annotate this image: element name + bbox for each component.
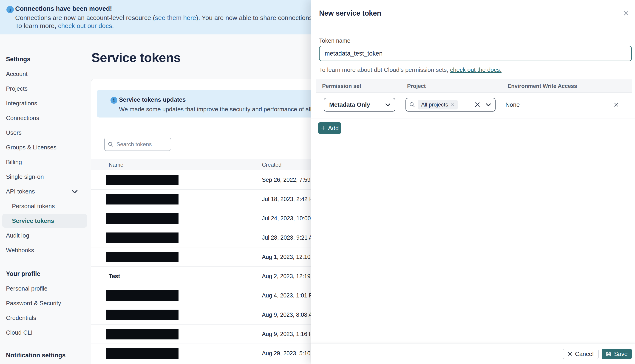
token-name-cell (91, 194, 262, 204)
sidebar-item-credentials[interactable]: Credentials (0, 310, 92, 325)
created-column-header: Created (262, 162, 281, 168)
permissions-table-header: Permission set Project Environment Write… (316, 80, 632, 93)
permission-set-value: Metadata Only (329, 101, 370, 108)
banner-title: Connections have been moved! (15, 5, 112, 12)
save-button-label: Save (614, 350, 628, 358)
cancel-button-label: Cancel (575, 350, 594, 358)
token-name-cell (91, 252, 262, 262)
drawer-header: New service token (311, 0, 635, 27)
page-title: Service tokens (91, 50, 181, 65)
chevron-down-icon (385, 103, 390, 106)
sidebar-heading-your-profile: Your profile (0, 266, 92, 281)
token-name-cell (91, 232, 262, 243)
see-them-here-link[interactable]: see them here (155, 14, 196, 21)
chevron-down-icon[interactable] (486, 103, 491, 106)
app-window: i Connections have been moved! Connectio… (0, 0, 635, 364)
drawer-body: Token name To learn more about dbt Cloud… (311, 27, 635, 344)
search-icon (409, 102, 415, 108)
token-name-redacted (106, 252, 178, 262)
token-name-input[interactable] (319, 46, 632, 61)
sidebar-item-integrations[interactable]: Integrations (0, 96, 92, 110)
project-column-header: Project (407, 83, 426, 89)
delete-row-button[interactable] (614, 98, 619, 112)
info-icon: i (111, 97, 117, 104)
token-name-cell (91, 290, 262, 301)
permission-note-text: To learn more about dbt Cloud's permissi… (319, 66, 450, 73)
permission-row: Metadata Only All projects None (311, 98, 635, 112)
sidebar-item-users[interactable]: Users (0, 125, 92, 140)
clear-selection-icon[interactable] (474, 102, 480, 108)
all-projects-chip[interactable]: All projects (418, 100, 458, 110)
banner-body-line2: To learn more, check out our docs. (15, 22, 114, 30)
sidebar-item-personal-tokens[interactable]: Personal tokens (0, 199, 92, 214)
chip-label: All projects (421, 102, 448, 108)
token-name-redacted (106, 232, 178, 243)
sidebar-item-webhooks[interactable]: Webhooks (0, 243, 92, 258)
save-button[interactable]: Save (602, 348, 632, 359)
token-name-redacted (106, 348, 178, 359)
drawer-title: New service token (319, 9, 381, 18)
token-name-redacted (106, 310, 178, 320)
sidebar-item-label: API tokens (6, 188, 35, 195)
sidebar-item-connections[interactable]: Connections (0, 110, 92, 125)
add-button-label: Add (328, 124, 339, 132)
divider (311, 118, 635, 118)
sidebar-item-service-tokens[interactable]: Service tokens (2, 214, 87, 228)
search-icon (108, 142, 114, 147)
sidebar-heading-settings: Settings (0, 52, 92, 66)
plus-icon (321, 126, 326, 130)
token-name-label: Token name (319, 38, 350, 44)
permission-note: To learn more about dbt Cloud's permissi… (319, 66, 502, 74)
banner-text: To learn more, (15, 22, 58, 30)
banner-text: Connections are now an account-level res… (15, 14, 155, 21)
sidebar-item-api-tokens[interactable]: API tokens (0, 184, 92, 199)
delete-row-icon (614, 102, 619, 107)
token-name-redacted (106, 290, 178, 301)
token-name-cell (91, 213, 262, 224)
token-name-cell (91, 348, 262, 359)
sidebar-item-password-security[interactable]: Password & Security (0, 296, 92, 310)
search-tokens-input[interactable] (117, 141, 167, 148)
infobox-title: Service tokens updates (119, 96, 186, 103)
token-name-redacted (106, 329, 178, 340)
new-service-token-drawer: New service token Token name To learn mo… (311, 0, 635, 364)
sidebar-item-account[interactable]: Account (0, 66, 92, 81)
project-combobox[interactable]: All projects (406, 98, 496, 112)
env-write-access-value: None (505, 98, 520, 112)
drawer-footer: Cancel Save (311, 344, 635, 364)
sidebar-item-personal-profile[interactable]: Personal profile (0, 281, 92, 296)
check-the-docs-link[interactable]: check out the docs. (450, 66, 502, 73)
token-name-cell (91, 329, 262, 340)
sidebar-item-cloud-cli[interactable]: Cloud CLI (0, 325, 92, 340)
token-name-cell (91, 175, 262, 185)
env-write-access-column-header: Environment Write Access (507, 83, 577, 89)
token-name-redacted (106, 194, 178, 204)
check-docs-link[interactable]: check out our docs. (58, 22, 114, 30)
chevron-down-icon (72, 190, 78, 193)
token-name-cell: Test (91, 273, 262, 280)
sidebar-item-audit-log[interactable]: Audit log (0, 228, 92, 243)
save-floppy-icon (606, 351, 611, 357)
sidebar-item-projects[interactable]: Projects (0, 81, 92, 96)
sidebar-item-billing[interactable]: Billing (0, 155, 92, 170)
sidebar-heading-notification-settings: Notification settings (0, 348, 92, 362)
token-name-redacted (106, 213, 178, 224)
close-icon[interactable] (623, 10, 629, 16)
add-permission-button[interactable]: Add (318, 122, 341, 134)
cancel-button[interactable]: Cancel (563, 348, 598, 359)
permission-set-column-header: Permission set (322, 83, 361, 89)
combobox-controls (474, 102, 491, 108)
name-column-header: Name (91, 162, 262, 168)
cancel-x-icon (568, 352, 572, 356)
token-name-cell (91, 310, 262, 320)
token-name-redacted (106, 175, 178, 185)
sidebar-item-single-sign-on[interactable]: Single sign-on (0, 170, 92, 184)
permission-set-select[interactable]: Metadata Only (324, 98, 395, 112)
info-icon: i (7, 6, 14, 13)
token-name: Test (91, 273, 120, 280)
remove-chip-icon[interactable] (451, 103, 454, 106)
settings-sidebar: Settings Account Projects Integrations C… (0, 34, 92, 362)
search-tokens-box[interactable] (104, 138, 171, 151)
sidebar-item-groups-licenses[interactable]: Groups & Licenses (0, 140, 92, 155)
